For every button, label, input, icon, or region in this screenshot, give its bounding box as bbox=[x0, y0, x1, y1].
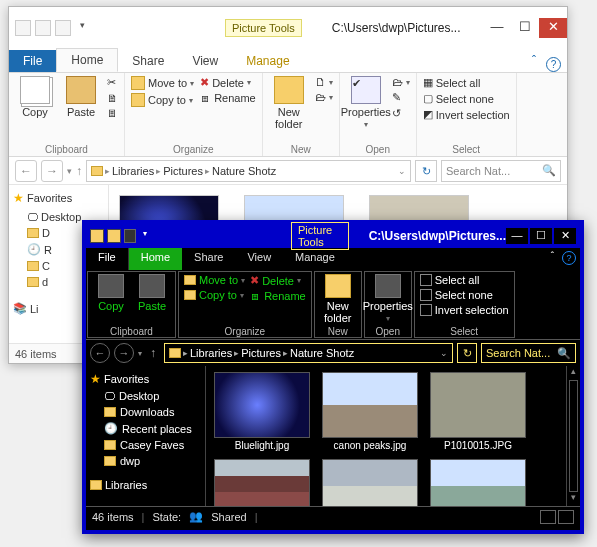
help-icon[interactable]: ? bbox=[562, 251, 576, 265]
ribbon-collapse-icon[interactable]: ˆ bbox=[545, 248, 560, 270]
paste-button[interactable]: Paste bbox=[61, 76, 101, 118]
history-button[interactable]: ↺ bbox=[392, 107, 410, 120]
forward-button[interactable]: → bbox=[41, 160, 63, 182]
items-view[interactable]: Bluelight.jpg canon peaks.jpg P1010015.J… bbox=[206, 366, 566, 506]
forward-button[interactable]: → bbox=[114, 343, 134, 363]
minimize-button[interactable]: — bbox=[506, 228, 528, 244]
refresh-button[interactable]: ↻ bbox=[457, 343, 477, 363]
ribbon-collapse-icon[interactable]: ˆ bbox=[524, 50, 544, 72]
properties-button[interactable]: ✔Properties▾ bbox=[346, 76, 386, 129]
scrollbar[interactable]: ▴ ▾ bbox=[566, 366, 580, 506]
favorites-header[interactable]: ★Favorites bbox=[13, 191, 104, 205]
sidebar-item[interactable]: 🖵Desktop bbox=[90, 388, 201, 404]
close-button[interactable]: ✕ bbox=[539, 18, 567, 38]
tab-view[interactable]: View bbox=[178, 50, 232, 72]
maximize-button[interactable]: ☐ bbox=[511, 18, 539, 38]
selectnone-button[interactable]: Select none bbox=[420, 289, 509, 301]
sidebar-item[interactable]: Downloads bbox=[90, 404, 201, 420]
properties-button[interactable]: Properties▾ bbox=[370, 274, 406, 323]
crumb-dropdown-icon[interactable]: ⌄ bbox=[440, 348, 448, 358]
qat-btn[interactable] bbox=[107, 229, 121, 243]
invert-button[interactable]: Invert selection bbox=[420, 304, 509, 316]
tab-share[interactable]: Share bbox=[182, 248, 235, 270]
qat-btn[interactable] bbox=[15, 20, 31, 36]
help-icon[interactable]: ? bbox=[546, 57, 561, 72]
file-item[interactable] bbox=[212, 459, 312, 506]
crumb[interactable]: Libraries bbox=[190, 347, 232, 359]
tab-file[interactable]: File bbox=[86, 248, 129, 270]
tab-home[interactable]: Home bbox=[56, 48, 118, 72]
qat-dropdown-icon[interactable]: ▾ bbox=[139, 229, 151, 243]
sidebar-item[interactable]: Casey Faves bbox=[90, 437, 201, 453]
up-button[interactable]: ↑ bbox=[146, 346, 160, 360]
sidebar-item[interactable]: dwp bbox=[90, 453, 201, 469]
crumb[interactable]: Libraries bbox=[112, 165, 154, 177]
crumb[interactable]: Pictures bbox=[241, 347, 281, 359]
selectall-button[interactable]: ▦Select all bbox=[423, 76, 510, 89]
libraries-header[interactable]: Libraries bbox=[90, 479, 201, 491]
rename-button[interactable]: 🗉Rename bbox=[200, 92, 256, 104]
maximize-button[interactable]: ☐ bbox=[530, 228, 552, 244]
tab-manage[interactable]: Manage bbox=[283, 248, 347, 270]
refresh-button[interactable]: ↻ bbox=[415, 160, 437, 182]
scroll-down-icon[interactable]: ▾ bbox=[567, 492, 580, 506]
paste-button[interactable]: Paste bbox=[134, 274, 170, 312]
back-button[interactable]: ← bbox=[15, 160, 37, 182]
file-item[interactable]: canon peaks.jpg bbox=[320, 372, 420, 451]
newitem-button[interactable]: 🗋▾ bbox=[315, 76, 333, 88]
selectall-button[interactable]: Select all bbox=[420, 274, 509, 286]
search-input[interactable]: Search Nat...🔍 bbox=[481, 343, 576, 363]
recent-dropdown-icon[interactable]: ▾ bbox=[138, 349, 142, 358]
file-item[interactable]: P1010015.JPG bbox=[428, 372, 528, 451]
easyaccess-button[interactable]: 🗁▾ bbox=[315, 91, 333, 103]
rename-button[interactable]: 🗉Rename bbox=[250, 290, 306, 302]
sidebar-item[interactable]: 🕘Recent places bbox=[90, 420, 201, 437]
copy-button[interactable]: Copy bbox=[15, 76, 55, 118]
close-button[interactable]: ✕ bbox=[554, 228, 576, 244]
crumb[interactable]: Pictures bbox=[163, 165, 203, 177]
moveto-button[interactable]: Move to▾ bbox=[131, 76, 194, 90]
qat-btn[interactable] bbox=[90, 229, 104, 243]
file-item[interactable]: Bluelight.jpg bbox=[212, 372, 312, 451]
favorites-header[interactable]: ★Favorites bbox=[90, 372, 201, 386]
cut-button[interactable]: ✂ bbox=[107, 76, 118, 89]
tab-view[interactable]: View bbox=[235, 248, 283, 270]
copy-button[interactable]: Copy bbox=[93, 274, 129, 312]
qat-dropdown-icon[interactable]: ▾ bbox=[75, 20, 89, 36]
breadcrumb[interactable]: ▸ Libraries▸ Pictures▸ Nature Shotz ⌄ bbox=[164, 343, 453, 363]
invert-button[interactable]: ◩Invert selection bbox=[423, 108, 510, 121]
recent-dropdown-icon[interactable]: ▾ bbox=[67, 166, 72, 176]
selectnone-button[interactable]: ▢Select none bbox=[423, 92, 510, 105]
copypath-button[interactable]: 🗎 bbox=[107, 92, 118, 104]
scroll-track[interactable] bbox=[569, 380, 578, 492]
tab-file[interactable]: File bbox=[9, 50, 56, 72]
crumb-dropdown-icon[interactable]: ⌄ bbox=[398, 166, 406, 176]
crumb[interactable]: Nature Shotz bbox=[212, 165, 276, 177]
scroll-up-icon[interactable]: ▴ bbox=[567, 366, 580, 380]
tab-share[interactable]: Share bbox=[118, 50, 178, 72]
tab-home[interactable]: Home bbox=[129, 248, 182, 270]
search-input[interactable]: Search Nat...🔍 bbox=[441, 160, 561, 182]
newfolder-button[interactable]: New folder bbox=[320, 274, 356, 324]
thumbnails-view-button[interactable] bbox=[558, 510, 574, 524]
qat-btn[interactable] bbox=[124, 229, 136, 243]
copyto-button[interactable]: Copy to▾ bbox=[131, 93, 194, 107]
moveto-button[interactable]: Move to▾ bbox=[184, 274, 245, 286]
tab-manage[interactable]: Manage bbox=[232, 50, 303, 72]
details-view-button[interactable] bbox=[540, 510, 556, 524]
open-button[interactable]: 🗁▾ bbox=[392, 76, 410, 88]
qat-btn[interactable] bbox=[35, 20, 51, 36]
newfolder-button[interactable]: New folder bbox=[269, 76, 309, 130]
delete-button[interactable]: ✖Delete▾ bbox=[250, 274, 306, 287]
up-button[interactable]: ↑ bbox=[76, 164, 82, 178]
edit-button[interactable]: ✎ bbox=[392, 91, 410, 104]
breadcrumb[interactable]: ▸ Libraries▸ Pictures▸ Nature Shotz ⌄ bbox=[86, 160, 411, 182]
qat-btn[interactable] bbox=[55, 20, 71, 36]
pasteshortcut-button[interactable]: 🗏 bbox=[107, 107, 118, 119]
back-button[interactable]: ← bbox=[90, 343, 110, 363]
crumb[interactable]: Nature Shotz bbox=[290, 347, 354, 359]
delete-button[interactable]: ✖Delete▾ bbox=[200, 76, 256, 89]
minimize-button[interactable]: — bbox=[483, 18, 511, 38]
file-item[interactable] bbox=[320, 459, 420, 506]
copyto-button[interactable]: Copy to▾ bbox=[184, 289, 245, 301]
